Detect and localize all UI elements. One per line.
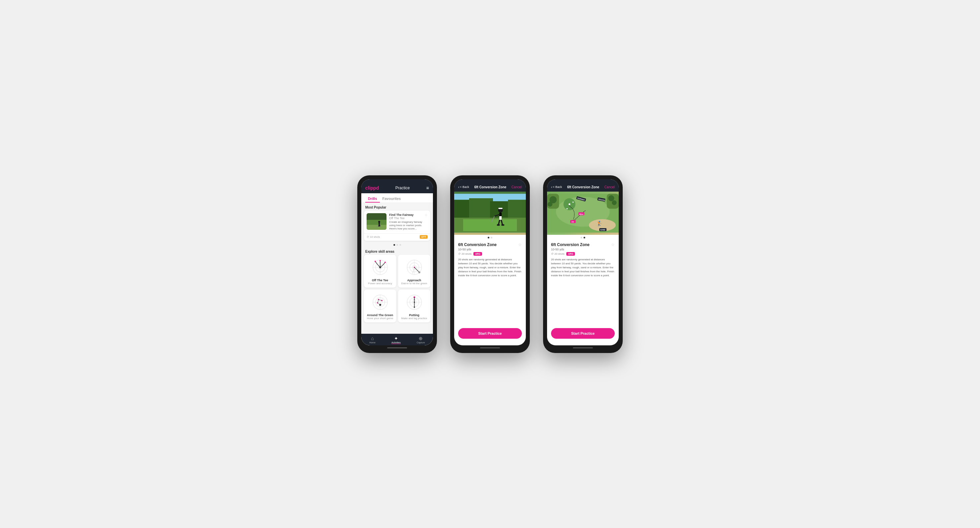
star-icon-2[interactable]: ☆ — [518, 242, 522, 247]
home-label: Home — [369, 341, 375, 344]
svg-rect-1 — [367, 225, 387, 230]
skill-name-atg: Around The Green — [367, 313, 393, 317]
skill-putting[interactable]: Putting Make and lag practice — [398, 290, 430, 322]
drill-name-2: 6ft Conversion Zone — [458, 242, 496, 247]
activities-icon: ✦ — [394, 336, 398, 341]
skill-around-green[interactable]: Around The Green Hone your short game — [364, 290, 396, 322]
app-header: clippd Practice ≡ — [361, 179, 433, 193]
favourite-icon[interactable]: ☆ — [425, 213, 428, 217]
golf-photo-svg — [454, 191, 526, 235]
svg-text:Miss: Miss — [579, 213, 583, 215]
skill-icon-approach — [404, 257, 424, 277]
dot-3[interactable] — [399, 244, 401, 246]
drill-desc-3: 20 shots are randomly generated at dista… — [551, 258, 615, 278]
title-row-3: 6ft Conversion Zone ☆ — [551, 242, 615, 247]
approach-svg — [404, 257, 424, 277]
phone-notch-3 — [573, 175, 593, 179]
img-dot-3-1[interactable] — [581, 237, 582, 238]
detail-header-2: ‹ < Back 6ft Conversion Zone Cancel — [454, 179, 526, 191]
phone-2: ‹ < Back 6ft Conversion Zone Cancel — [450, 175, 530, 353]
arg-badge-3: ARG — [566, 252, 575, 256]
svg-point-5 — [378, 221, 380, 223]
start-practice-button-2[interactable]: Start Practice — [458, 328, 522, 339]
phone-1: clippd Practice ≡ Drills Favourites Most… — [357, 175, 437, 353]
home-icon: ⌂ — [371, 336, 374, 341]
map-svg: FAIRWAY ROUGH Hit Miss SAND — [547, 191, 619, 235]
menu-icon[interactable]: ≡ — [426, 185, 429, 191]
chevron-left-icon-3: ‹ — [551, 185, 552, 189]
carousel-dots — [361, 243, 433, 247]
detail-header-3: ‹ < Back 6ft Conversion Zone Cancel — [547, 179, 619, 191]
svg-text:SAND: SAND — [600, 229, 605, 231]
svg-rect-4 — [379, 222, 380, 227]
clock-icon-2: ⏱ — [458, 252, 461, 255]
svg-point-67 — [612, 200, 616, 205]
home-bar-2 — [480, 347, 500, 348]
svg-rect-49 — [498, 207, 503, 209]
star-icon-3[interactable]: ☆ — [611, 242, 615, 247]
practice-content: Most Popular — [361, 203, 433, 337]
drill-text: Find The Fairway Off The Tee ☆ Create an… — [389, 213, 428, 231]
svg-rect-2 — [367, 213, 387, 220]
ott-badge: OTT — [420, 235, 428, 239]
atg-svg — [370, 292, 390, 312]
svg-point-66 — [608, 195, 614, 201]
nav-activities[interactable]: ✦ Activities — [391, 336, 401, 344]
svg-point-15 — [380, 260, 381, 262]
skill-desc-atg: Hone your short game — [367, 317, 393, 320]
back-button-2[interactable]: ‹ < Back — [458, 185, 469, 189]
clock-icon-3: ⏱ — [551, 252, 554, 255]
cancel-button-2[interactable]: Cancel — [512, 185, 522, 189]
svg-rect-47 — [463, 219, 517, 231]
drill-name-3: 6ft Conversion Zone — [551, 242, 590, 247]
featured-drill-card[interactable]: Find The Fairway Off The Tee ☆ Create an… — [364, 211, 430, 241]
home-bar-3 — [573, 347, 593, 348]
back-button-3[interactable]: ‹ < Back — [551, 185, 562, 189]
start-practice-button-3[interactable]: Start Practice — [551, 328, 615, 339]
cancel-button-3[interactable]: Cancel — [605, 185, 615, 189]
header-title: Practice — [395, 186, 410, 190]
phone-notch-2 — [480, 175, 500, 179]
phone-3: ‹ < Back 6ft Conversion Zone Cancel — [543, 175, 623, 353]
dot-2[interactable] — [396, 244, 398, 246]
clock-icon: ⏱ — [367, 235, 370, 238]
svg-rect-56 — [501, 224, 504, 226]
nav-capture[interactable]: ⊕ Capture — [417, 336, 425, 344]
dot-1[interactable] — [393, 244, 395, 246]
skills-grid: Off The Tee Power and accuracy — [361, 255, 433, 325]
svg-point-13 — [375, 261, 376, 262]
svg-point-40 — [414, 306, 415, 308]
image-dots-2 — [454, 235, 526, 240]
activities-label: Activities — [391, 341, 401, 344]
shots-3: ⏱ 20 shots — [551, 252, 564, 255]
phone-screen-2: ‹ < Back 6ft Conversion Zone Cancel — [454, 179, 526, 345]
detail-title-3: 6ft Conversion Zone — [567, 185, 600, 189]
skill-desc-approach: Dial-in to hit the green — [401, 282, 428, 285]
chevron-left-icon-2: ‹ — [458, 185, 459, 189]
shots-2: ⏱ 20 shots — [458, 252, 471, 255]
img-dot-1[interactable] — [488, 237, 489, 238]
bottom-nav: ⌂ Home ✦ Activities ⊕ Capture — [361, 334, 433, 345]
drill-image-map: FAIRWAY ROUGH Hit Miss SAND — [547, 191, 619, 235]
image-dots-3 — [547, 235, 619, 240]
img-dot-3-2[interactable] — [584, 237, 585, 238]
tab-drills[interactable]: Drills — [365, 195, 380, 203]
tab-bar: Drills Favourites — [361, 193, 433, 203]
capture-icon: ⊕ — [419, 336, 423, 341]
nav-home[interactable]: ⌂ Home — [369, 336, 375, 344]
explore-label: Explore skill areas — [361, 247, 433, 255]
img-dot-2[interactable] — [491, 237, 492, 238]
phone-screen-3: ‹ < Back 6ft Conversion Zone Cancel — [547, 179, 619, 345]
tab-favourites[interactable]: Favourites — [380, 195, 404, 203]
skill-name-ott: Off The Tee — [367, 279, 393, 282]
drill-desc-2: 20 shots are randomly generated at dista… — [458, 258, 522, 278]
skill-off-tee[interactable]: Off The Tee Power and accuracy — [364, 255, 396, 287]
skill-approach[interactable]: Approach Dial-in to hit the green — [398, 255, 430, 287]
app-logo: clippd — [365, 185, 379, 191]
shots-label: ⏱ 10 shots — [367, 235, 380, 238]
drill-title: Find The Fairway — [389, 213, 414, 217]
putting-svg — [404, 292, 424, 312]
svg-rect-57 — [499, 216, 502, 220]
svg-text:🏌: 🏌 — [597, 220, 603, 227]
drill-subtitle: Off The Tee — [389, 217, 414, 220]
